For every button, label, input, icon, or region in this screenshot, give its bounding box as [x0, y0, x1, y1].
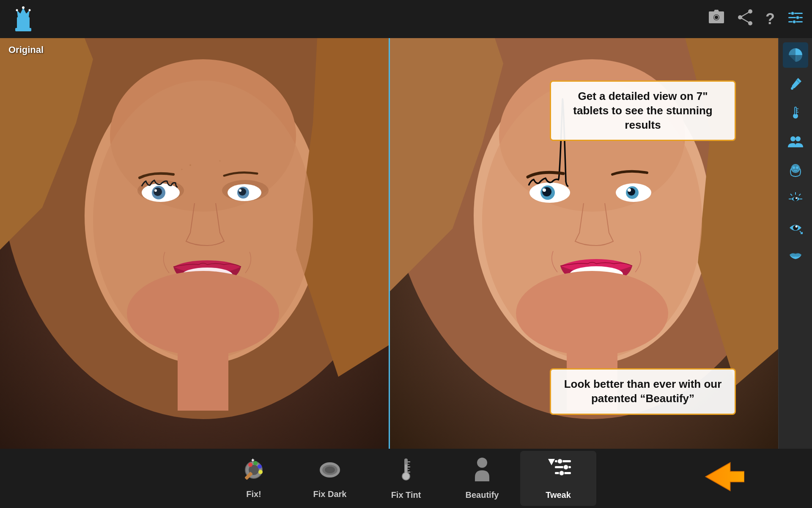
- fix-dark-tool-btn[interactable]: Fix Dark: [292, 451, 368, 506]
- help-icon[interactable]: ?: [765, 10, 775, 28]
- fix-tool-btn[interactable]: ✦ Fix!: [216, 451, 292, 506]
- settings-icon[interactable]: [787, 9, 804, 29]
- svg-rect-3: [15, 28, 31, 31]
- fix-label: Fix!: [246, 489, 261, 499]
- svg-point-52: [542, 187, 551, 196]
- app-logo: [8, 4, 38, 34]
- svg-point-62: [791, 87, 793, 90]
- fix-dark-icon-svg: [317, 458, 343, 481]
- bottom-toolbar: ✦ Fix! Fix Dark: [0, 449, 812, 508]
- sidebar-face-btn[interactable]: [783, 157, 808, 183]
- fix-tint-label: Fix Tint: [391, 490, 421, 500]
- svg-point-53: [543, 188, 546, 192]
- svg-point-72: [791, 164, 800, 173]
- sidebar-palette-btn[interactable]: [783, 42, 808, 68]
- fix-tint-icon: [398, 457, 414, 487]
- svg-line-78: [790, 194, 792, 196]
- divider-line: [389, 38, 390, 449]
- tweak-label: Tweak: [546, 490, 571, 500]
- svg-point-73: [793, 167, 795, 168]
- svg-point-81: [796, 197, 797, 199]
- face-icon: [788, 163, 803, 178]
- arrow-indicator: [702, 460, 744, 495]
- fix-tint-tool-btn[interactable]: Fix Tint: [368, 451, 444, 506]
- svg-point-37: [239, 188, 246, 196]
- svg-marker-112: [705, 463, 744, 491]
- svg-point-34: [154, 189, 157, 192]
- svg-point-111: [559, 471, 564, 476]
- svg-marker-105: [548, 459, 555, 465]
- svg-point-70: [796, 136, 801, 141]
- svg-point-20: [793, 20, 796, 24]
- svg-point-80: [793, 197, 798, 201]
- svg-point-18: [791, 12, 794, 15]
- sidebar-eye-enhance-btn[interactable]: [783, 186, 808, 212]
- beautify-label: Beautify: [466, 490, 499, 500]
- right-sidebar: [778, 38, 812, 449]
- svg-point-109: [563, 465, 568, 470]
- camera-icon[interactable]: [708, 10, 725, 28]
- thermometer-icon: [788, 105, 803, 120]
- dropper-icon: [788, 76, 803, 91]
- svg-line-13: [740, 11, 750, 17]
- tooltip-top-text: Get a detailed view on 7" tablets to see…: [561, 89, 724, 132]
- svg-point-107: [557, 459, 562, 464]
- svg-text:✦: ✦: [250, 458, 255, 464]
- svg-rect-15: [788, 13, 803, 14]
- fix-icon-svg: ✦: [241, 458, 266, 481]
- svg-point-4: [22, 6, 25, 9]
- tweak-tool-btn[interactable]: Tweak: [520, 451, 596, 506]
- fix-dark-icon: [317, 458, 343, 486]
- group-icon: [788, 134, 803, 149]
- fix-dark-label: Fix Dark: [313, 489, 347, 499]
- tweak-icon-svg: [545, 457, 572, 482]
- svg-point-38: [239, 189, 241, 192]
- svg-point-89: [258, 470, 263, 474]
- original-label: Original: [8, 44, 44, 55]
- svg-line-76: [799, 194, 801, 196]
- lips-icon: [788, 249, 803, 264]
- photo-left-original: [0, 38, 389, 449]
- eye-enhance-icon: [788, 191, 803, 207]
- bg-left: [0, 38, 389, 449]
- sidebar-dropper-btn[interactable]: [783, 71, 808, 97]
- main-photo-area: Original Get a detailed view on 7" table…: [0, 38, 778, 449]
- svg-point-33: [154, 188, 162, 196]
- sidebar-group-btn[interactable]: [783, 129, 808, 154]
- svg-line-14: [740, 17, 750, 23]
- beautify-tool-btn[interactable]: Beautify: [444, 451, 520, 506]
- svg-point-88: [258, 464, 262, 469]
- fix-icon: ✦: [241, 458, 266, 486]
- svg-point-98: [403, 473, 409, 480]
- svg-point-44: [181, 169, 183, 170]
- svg-point-43: [219, 160, 221, 162]
- svg-point-57: [628, 188, 631, 192]
- sidebar-temperature-btn[interactable]: [783, 100, 808, 125]
- sidebar-eye-btn[interactable]: [783, 215, 808, 240]
- tooltip-bottom-text: Look better than ever with our patented …: [561, 377, 724, 406]
- tooltip-beautify: Look better than ever with our patented …: [550, 368, 736, 415]
- beautify-icon: [471, 457, 494, 487]
- svg-rect-2: [17, 17, 30, 29]
- tweak-icon: [545, 457, 572, 487]
- svg-point-94: [325, 467, 335, 473]
- svg-point-69: [790, 136, 796, 141]
- tooltip-tablet-detail: Get a detailed view on 7" tablets to see…: [550, 80, 736, 141]
- sidebar-lips-btn[interactable]: [783, 244, 808, 269]
- topbar: ?: [0, 0, 812, 38]
- fix-tint-icon-svg: [398, 457, 414, 482]
- svg-rect-41: [178, 326, 228, 411]
- topbar-left: [8, 4, 38, 34]
- svg-rect-65: [795, 108, 796, 114]
- palette-icon: [788, 47, 803, 63]
- svg-point-104: [477, 458, 487, 468]
- orange-arrow-icon: [702, 460, 744, 494]
- topbar-right: ?: [708, 9, 804, 29]
- svg-point-42: [189, 164, 191, 166]
- svg-point-6: [29, 9, 31, 11]
- eye-icon: [788, 220, 803, 235]
- svg-point-83: [796, 226, 798, 228]
- svg-point-74: [796, 167, 798, 168]
- share-icon[interactable]: [738, 9, 753, 29]
- beautify-icon-svg: [471, 457, 494, 482]
